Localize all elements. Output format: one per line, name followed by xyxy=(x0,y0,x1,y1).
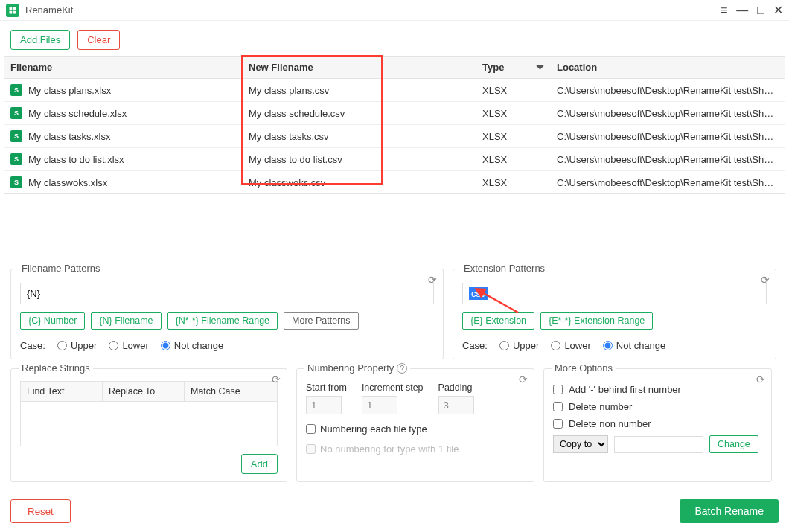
tag-range[interactable]: {N*-*} Filename Range xyxy=(167,312,278,330)
chk-no-numbering: No numbering for type with 1 file xyxy=(306,443,525,455)
extension-patterns-panel: Extension Patterns ⟳ csv {E} Extension {… xyxy=(453,269,776,359)
chk-delete-non-number[interactable]: Delete non number xyxy=(553,418,762,429)
radio-lower[interactable]: Lower xyxy=(551,340,590,351)
table-row[interactable]: SMy class tasks.xlsxMy class tasks.csvXL… xyxy=(4,125,785,148)
refresh-icon[interactable]: ⟳ xyxy=(761,274,770,286)
tag-filename[interactable]: {N} Filename xyxy=(91,312,161,330)
increment-label: Increment step xyxy=(362,382,424,393)
panel-title: More Options xyxy=(552,362,616,374)
start-input[interactable] xyxy=(306,396,342,414)
col-location[interactable]: Location xyxy=(551,57,785,78)
toolbar: Add Files Clear xyxy=(0,21,789,56)
col-match-case: Match Case xyxy=(185,382,277,401)
tag-number[interactable]: {C} Number xyxy=(20,312,85,330)
new-filename-cell: My class schedule.csv xyxy=(243,103,476,124)
footer: Reset Batch Rename xyxy=(0,490,789,532)
add-files-button[interactable]: Add Files xyxy=(10,30,70,50)
selected-value: csv xyxy=(469,287,488,300)
radio-not-change[interactable]: Not change xyxy=(161,340,224,351)
reset-button[interactable]: Reset xyxy=(10,499,71,523)
panel-title: Filename Patterns xyxy=(19,263,103,274)
app-title: RenameKit xyxy=(25,4,721,16)
padding-input[interactable] xyxy=(438,396,474,414)
copy-to-input[interactable] xyxy=(614,436,703,453)
chk-each-type[interactable]: Numbering each file type xyxy=(306,423,525,435)
maximize-icon[interactable]: □ xyxy=(757,4,764,16)
replace-body[interactable] xyxy=(20,402,278,446)
replace-header: Find Text Replace To Match Case xyxy=(20,381,278,402)
change-button[interactable]: Change xyxy=(709,435,758,453)
replace-panel: Replace Strings ⟳ Find Text Replace To M… xyxy=(10,368,287,482)
case-label: Case: xyxy=(20,340,45,351)
chk-add-dash[interactable]: Add '-' behind first number xyxy=(553,384,762,395)
copy-to-select[interactable]: Copy to xyxy=(553,435,608,453)
col-find-text: Find Text xyxy=(21,382,103,401)
increment-input[interactable] xyxy=(362,396,397,414)
start-label: Start from xyxy=(306,382,347,393)
type-cell: XLSX xyxy=(476,172,551,193)
refresh-icon[interactable]: ⟳ xyxy=(428,274,437,286)
type-cell: XLSX xyxy=(476,103,551,124)
filename-cell: My class to do list.xlsx xyxy=(28,154,124,165)
new-filename-cell: My classwoks.csv xyxy=(243,172,476,193)
file-table: Filename New Filename Type ⏷ Location SM… xyxy=(4,56,785,194)
table-row[interactable]: SMy class to do list.xlsxMy class to do … xyxy=(4,148,785,171)
filename-cell: My class schedule.xlsx xyxy=(28,108,127,119)
type-cell: XLSX xyxy=(476,149,551,170)
location-cell: C:\Users\mobeesoft\Desktop\RenameKit tes… xyxy=(551,103,785,124)
col-filename[interactable]: Filename xyxy=(4,57,243,78)
xlsx-icon: S xyxy=(10,153,22,165)
svg-rect-3 xyxy=(13,10,16,13)
col-replace-to: Replace To xyxy=(103,382,185,401)
filename-cell: My class tasks.xlsx xyxy=(28,131,111,142)
app-icon xyxy=(6,4,19,17)
new-filename-cell: My class tasks.csv xyxy=(243,126,476,147)
panel-title: Extension Patterns xyxy=(461,263,548,274)
radio-not-change[interactable]: Not change xyxy=(603,340,666,351)
extension-pattern-input[interactable]: csv xyxy=(462,283,767,304)
clear-button[interactable]: Clear xyxy=(77,30,120,50)
panel-title: Replace Strings xyxy=(19,362,93,374)
chk-delete-number[interactable]: Delete number xyxy=(553,401,762,412)
xlsx-icon: S xyxy=(10,176,22,188)
col-type[interactable]: Type ⏷ xyxy=(476,57,551,78)
location-cell: C:\Users\mobeesoft\Desktop\RenameKit tes… xyxy=(551,126,785,147)
refresh-icon[interactable]: ⟳ xyxy=(756,374,765,385)
filename-cell: My classwoks.xlsx xyxy=(28,177,107,188)
help-icon[interactable]: ? xyxy=(397,363,407,374)
refresh-icon[interactable]: ⟳ xyxy=(519,374,528,385)
numbering-panel: Numbering Property? ⟳ Start from Increme… xyxy=(296,368,534,482)
radio-lower[interactable]: Lower xyxy=(109,340,148,351)
tag-more[interactable]: More Patterns xyxy=(284,312,359,330)
xlsx-icon: S xyxy=(10,130,22,142)
new-filename-cell: My class to do list.csv xyxy=(243,149,476,170)
location-cell: C:\Users\mobeesoft\Desktop\RenameKit tes… xyxy=(551,149,785,170)
panel-title: Numbering Property? xyxy=(304,362,410,374)
close-icon[interactable]: ✕ xyxy=(773,4,783,16)
radio-upper[interactable]: Upper xyxy=(57,340,97,351)
minimize-icon[interactable]: — xyxy=(736,4,748,16)
refresh-icon[interactable]: ⟳ xyxy=(272,374,281,385)
tag-extension-range[interactable]: {E*-*} Extension Range xyxy=(540,312,653,330)
xlsx-icon: S xyxy=(10,107,22,119)
menu-icon[interactable]: ≡ xyxy=(721,4,727,16)
col-new-filename[interactable]: New Filename xyxy=(243,57,476,78)
location-cell: C:\Users\mobeesoft\Desktop\RenameKit tes… xyxy=(551,80,785,101)
filename-pattern-input[interactable] xyxy=(20,283,434,304)
table-row[interactable]: SMy class plans.xlsxMy class plans.csvXL… xyxy=(4,79,785,102)
filename-patterns-panel: Filename Patterns ⟳ {C} Number {N} Filen… xyxy=(10,269,444,359)
add-button[interactable]: Add xyxy=(241,454,278,474)
filter-icon[interactable]: ⏷ xyxy=(535,62,545,73)
type-cell: XLSX xyxy=(476,80,551,101)
table-row[interactable]: SMy classwoks.xlsxMy classwoks.csvXLSXC:… xyxy=(4,171,785,193)
radio-upper[interactable]: Upper xyxy=(499,340,539,351)
padding-label: Padding xyxy=(438,382,474,393)
table-row[interactable]: SMy class schedule.xlsxMy class schedule… xyxy=(4,102,785,125)
type-cell: XLSX xyxy=(476,126,551,147)
tag-extension[interactable]: {E} Extension xyxy=(462,312,534,330)
titlebar: RenameKit ≡ — □ ✕ xyxy=(0,0,789,21)
xlsx-icon: S xyxy=(10,84,22,96)
batch-rename-button[interactable]: Batch Rename xyxy=(680,499,779,523)
new-filename-cell: My class plans.csv xyxy=(243,80,476,101)
case-label: Case: xyxy=(462,340,488,351)
